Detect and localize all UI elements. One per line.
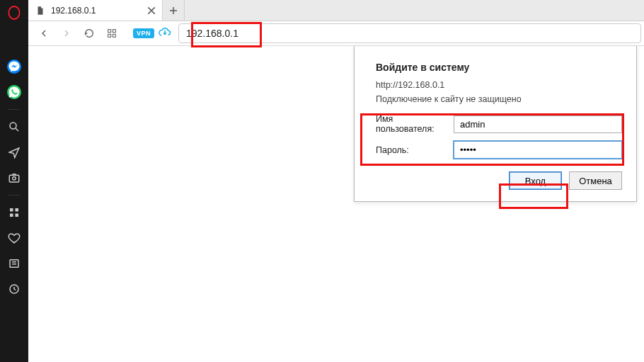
svg-line-1 — [16, 128, 18, 131]
messenger-icon[interactable] — [0, 54, 28, 79]
cancel-button[interactable]: Отмена — [569, 171, 622, 190]
send-icon[interactable] — [0, 140, 28, 165]
password-label: Пароль: — [376, 145, 454, 155]
sidebar — [0, 0, 28, 362]
svg-rect-6 — [10, 214, 13, 217]
auth-title: Войдите в систему — [376, 62, 622, 73]
extensions-grid-icon[interactable] — [102, 23, 122, 43]
main-area: 192.168.0.1 VPN — [28, 0, 644, 362]
sidebar-divider — [8, 109, 20, 110]
password-input[interactable] — [454, 141, 622, 159]
svg-point-3 — [13, 177, 16, 181]
sidebar-divider — [8, 195, 20, 196]
svg-rect-5 — [16, 208, 19, 212]
tabbar-space — [184, 0, 644, 21]
history-icon[interactable] — [0, 276, 28, 302]
speed-dial-icon[interactable] — [0, 200, 28, 225]
svg-rect-18 — [108, 34, 111, 37]
auth-warning: Подключение к сайту не защищено — [376, 94, 622, 104]
svg-rect-17 — [113, 30, 115, 33]
login-button[interactable]: Вход — [509, 171, 562, 190]
sync-icon[interactable] — [157, 26, 173, 41]
forward-button[interactable] — [57, 23, 76, 43]
tab-title: 192.168.0.1 — [51, 6, 96, 16]
camera-icon[interactable] — [0, 165, 28, 191]
svg-rect-19 — [113, 34, 115, 37]
svg-rect-16 — [108, 30, 111, 33]
svg-rect-7 — [16, 214, 19, 217]
browser-tab[interactable]: 192.168.0.1 — [28, 0, 163, 21]
auth-dialog: Войдите в систему http://192.168.0.1 Под… — [354, 46, 637, 202]
svg-rect-4 — [10, 208, 13, 212]
username-input[interactable] — [454, 115, 622, 133]
back-button[interactable] — [34, 23, 54, 43]
vpn-badge[interactable]: VPN — [133, 28, 154, 38]
svg-rect-2 — [9, 175, 19, 182]
whatsapp-icon[interactable] — [0, 79, 28, 105]
page-content: Войдите в систему http://192.168.0.1 Под… — [28, 46, 644, 362]
tab-bar: 192.168.0.1 — [28, 0, 644, 21]
search-icon[interactable] — [0, 114, 28, 140]
news-icon[interactable] — [0, 251, 28, 276]
close-tab-icon[interactable] — [146, 6, 156, 16]
page-icon — [35, 5, 45, 16]
reload-button[interactable] — [79, 23, 99, 43]
address-bar[interactable] — [178, 23, 641, 43]
toolbar: VPN — [28, 21, 644, 46]
opera-logo-icon[interactable] — [8, 6, 21, 20]
username-label: Имя пользователя: — [376, 114, 454, 134]
auth-url: http://192.168.0.1 — [376, 80, 622, 90]
svg-point-0 — [10, 123, 16, 129]
new-tab-button[interactable] — [163, 0, 184, 21]
heart-icon[interactable] — [0, 225, 28, 251]
